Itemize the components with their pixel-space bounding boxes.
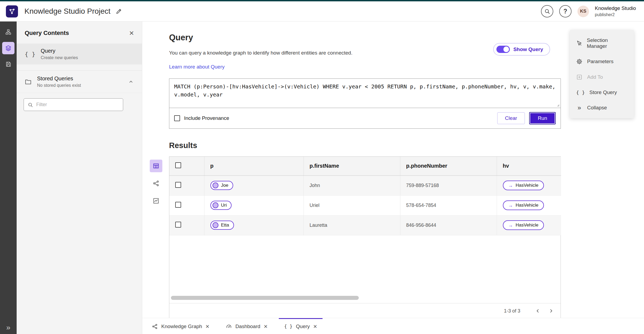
add-to-icon	[576, 74, 583, 80]
column-header-p[interactable]: p	[204, 157, 303, 175]
pagination-bar: 1-3 of 3	[169, 303, 561, 318]
toggle-switch[interactable]	[496, 46, 510, 53]
collapse-label: Collapse	[587, 105, 607, 111]
chevron-up-icon	[128, 79, 134, 85]
account-name: Knowledge Studio	[595, 5, 636, 12]
tab-label: Dashboard	[235, 324, 260, 329]
knowledge-studio-logo-icon	[8, 8, 16, 15]
select-all-checkbox[interactable]	[175, 162, 181, 168]
selection-manager-item[interactable]: Selection Manager	[570, 33, 634, 54]
edge-pill[interactable]: →HasVehicle	[503, 220, 544, 230]
node-label: Joe	[221, 183, 228, 188]
stored-queries-title: Stored Queries	[37, 76, 123, 82]
query-item-subtitle: Create new queries	[41, 55, 78, 60]
column-header-firstname[interactable]: p.firstName	[303, 157, 400, 175]
filter-search-icon	[28, 102, 33, 107]
knowledge-graph-icon	[152, 324, 158, 329]
rail-hierarchy-button[interactable]	[2, 26, 14, 38]
edit-title-button[interactable]	[115, 8, 122, 15]
pencil-icon	[115, 8, 122, 15]
search-button[interactable]	[541, 5, 553, 17]
query-editor-footer: Include Provenance Clear Run	[169, 108, 561, 128]
avatar[interactable]: KS	[577, 6, 589, 17]
column-header-hv[interactable]: hv	[497, 157, 561, 175]
horizontal-scrollbar[interactable]	[171, 296, 559, 300]
parameters-item[interactable]: Parameters	[570, 54, 634, 69]
edge-label: HasVehicle	[516, 183, 539, 188]
run-button[interactable]: Run	[529, 112, 556, 124]
edge-pill[interactable]: →HasVehicle	[503, 200, 544, 210]
resize-handle-icon[interactable]	[555, 102, 560, 107]
save-icon	[5, 61, 12, 67]
tab-label: Knowledge Graph	[161, 324, 202, 329]
filter-field[interactable]	[24, 98, 123, 111]
table-header-row: p p.firstName p.phoneNumber hv	[169, 157, 561, 175]
close-icon[interactable]: ×	[206, 323, 209, 330]
node-label: Etta	[221, 222, 229, 228]
query-editor[interactable]: MATCH (p:Person)-[hv:HasVehicle]->(v:Veh…	[169, 79, 561, 108]
results-title: Results	[169, 141, 561, 150]
edge-arrow-icon: →	[508, 223, 513, 228]
query-editor-card: MATCH (p:Person)-[hv:HasVehicle]->(v:Veh…	[169, 78, 561, 129]
clear-button[interactable]: Clear	[497, 112, 525, 124]
query-list-item[interactable]: { } Query Create new queries	[17, 44, 142, 64]
store-query-item[interactable]: { } Store Query	[570, 85, 634, 100]
node-pill[interactable]: Joe	[210, 181, 233, 190]
results-table-card: p p.firstName p.phoneNumber hv Joe John	[169, 156, 561, 318]
toggle-knob	[503, 46, 509, 52]
close-icon[interactable]: ×	[313, 323, 317, 330]
learn-more-link[interactable]: Learn more about Query	[169, 64, 225, 70]
node-pill[interactable]: Etta	[210, 221, 234, 230]
table-row: Uri Uriel 578-654-7854 →HasVehicle	[169, 195, 561, 215]
graph-view-button[interactable]	[150, 177, 162, 190]
help-button[interactable]: ?	[559, 5, 572, 17]
help-icon: ?	[564, 8, 567, 15]
chart-view-icon	[153, 197, 159, 204]
rail-save-button[interactable]	[2, 58, 14, 70]
filter-input[interactable]	[36, 102, 119, 107]
app-logo[interactable]	[6, 5, 18, 17]
prev-page-button[interactable]	[532, 305, 543, 317]
results-view-switcher	[150, 160, 162, 207]
edge-pill[interactable]: →HasVehicle	[503, 181, 544, 190]
braces-icon: { }	[284, 324, 292, 329]
double-chevron-icon: »	[6, 323, 10, 332]
table-view-icon	[153, 163, 159, 169]
parameters-label: Parameters	[587, 59, 613, 64]
close-icon[interactable]: ×	[264, 323, 268, 330]
table-view-button[interactable]	[150, 160, 162, 172]
row-checkbox[interactable]	[175, 202, 181, 208]
node-pill[interactable]: Uri	[210, 201, 232, 210]
column-header-phone[interactable]: p.phoneNumber	[400, 157, 497, 175]
search-icon	[544, 8, 550, 14]
edge-arrow-icon: →	[508, 203, 513, 208]
node-dot-icon	[213, 182, 218, 188]
rail-layers-button[interactable]	[2, 42, 14, 54]
expand-rail-button[interactable]: »	[0, 324, 17, 331]
tab-query[interactable]: { } Query ×	[279, 318, 322, 334]
cell-first-name: John	[303, 175, 400, 195]
selection-manager-label: Selection Manager	[587, 37, 628, 49]
show-query-toggle[interactable]: Show Query	[493, 43, 550, 56]
include-provenance-checkbox[interactable]	[174, 115, 180, 121]
stored-queries-header[interactable]: Stored Queries No stored queries exist	[17, 70, 142, 93]
add-to-item: Add To	[570, 69, 634, 85]
scrollbar-thumb[interactable]	[171, 296, 359, 300]
row-checkbox[interactable]	[175, 182, 181, 188]
show-query-label: Show Query	[513, 46, 543, 52]
row-checkbox[interactable]	[175, 222, 181, 228]
tab-knowledge-graph[interactable]: Knowledge Graph ×	[147, 318, 215, 334]
next-page-button[interactable]	[546, 305, 557, 317]
tab-dashboard[interactable]: Dashboard ×	[221, 318, 273, 334]
node-dot-icon	[213, 202, 218, 208]
chart-view-button[interactable]	[150, 195, 162, 207]
selection-manager-icon	[576, 40, 582, 46]
include-provenance-option[interactable]: Include Provenance	[174, 115, 229, 121]
close-panel-button[interactable]: ×	[129, 29, 134, 37]
query-actions-menu: Selection Manager Parameters Add To { } …	[570, 30, 634, 118]
document-tab-bar: Knowledge Graph × Dashboard × { } Query …	[142, 318, 644, 334]
results-table: p p.firstName p.phoneNumber hv Joe John	[169, 157, 561, 235]
collapse-item[interactable]: » Collapse	[570, 100, 634, 116]
cell-phone: 759-889-57168	[400, 175, 497, 195]
cell-phone: 578-654-7854	[400, 195, 497, 215]
